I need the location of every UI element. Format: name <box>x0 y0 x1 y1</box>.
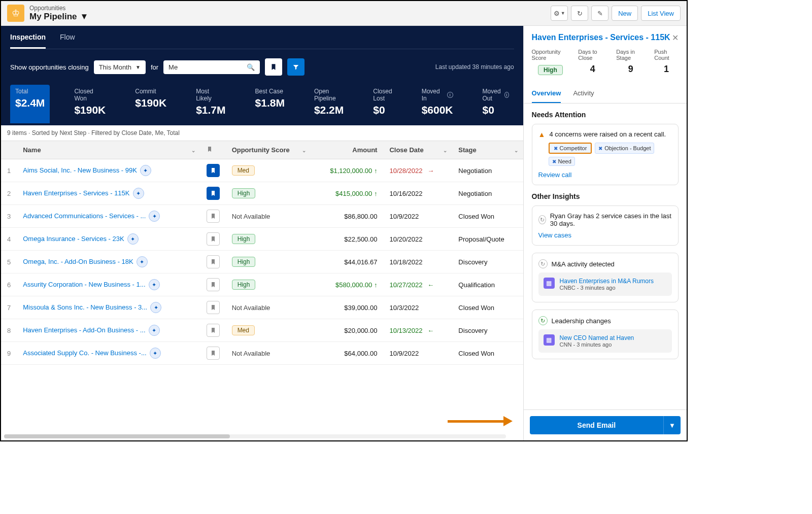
bookmark-toggle[interactable] <box>207 232 220 246</box>
opportunity-link[interactable]: Aims Social, Inc. - New Business - 99K <box>23 166 137 174</box>
row-number: 8 <box>1 319 17 342</box>
bookmark-toggle[interactable] <box>207 278 220 291</box>
col-stage[interactable]: Stage⌄ <box>452 141 523 159</box>
amount-cell: $1,120,000.00 ↑ <box>311 159 384 182</box>
arrow-up-icon: ↑ <box>374 190 378 197</box>
arrow-up-icon: ↑ <box>374 281 378 289</box>
opportunities-icon: ♔ <box>7 5 24 22</box>
col-close[interactable]: Close Date⌄ <box>383 141 452 159</box>
stage-cell: Proposal/Quote <box>452 228 523 251</box>
tag-competitor[interactable]: ✖Competitor <box>549 143 592 154</box>
needs-attention-card: ▲ 4 concerns were raised on a recent cal… <box>532 124 679 185</box>
einstein-icon[interactable]: ✦ <box>137 256 148 267</box>
table-row: 2 Haven Enterprises - Services - 115K✦ H… <box>1 182 523 205</box>
chevron-down-icon: ▼ <box>80 12 89 22</box>
settings-button[interactable]: ⚙▼ <box>551 6 568 21</box>
refresh-button[interactable]: ↻ <box>571 6 588 21</box>
col-amount[interactable]: Amount⌄ <box>311 141 384 159</box>
tag-need[interactable]: ✖Need <box>549 157 575 166</box>
opportunity-link[interactable]: Advanced Communications - Services - ... <box>23 212 146 220</box>
table-row: 1 Aims Social, Inc. - New Business - 99K… <box>1 159 523 182</box>
stage-cell: Negotiation <box>452 159 523 182</box>
warning-icon: ▲ <box>538 130 546 139</box>
metric-card[interactable]: Moved In i$600K <box>417 85 458 123</box>
tab-inspection[interactable]: Inspection <box>10 33 46 49</box>
send-email-button[interactable]: Send Email <box>530 416 663 434</box>
send-email-dropdown[interactable]: ▼ <box>663 416 681 434</box>
einstein-icon[interactable]: ✦ <box>133 188 144 199</box>
search-icon: 🔍 <box>247 63 255 71</box>
opportunity-link[interactable]: Omega, Inc. - Add-On Business - 18K <box>23 258 133 265</box>
metric-card[interactable]: Closed Won$190K <box>69 85 111 123</box>
einstein-icon[interactable]: ✦ <box>149 325 160 336</box>
row-number: 1 <box>1 159 17 182</box>
filter-button[interactable] <box>287 58 304 76</box>
top-bar: ♔ Opportunities My Pipeline▼ ⚙▼ ↻ ✎ New … <box>1 1 687 26</box>
metric-card[interactable]: Total$2.4M <box>10 85 50 123</box>
bookmark-toggle[interactable] <box>207 255 220 268</box>
amount-cell: $20,000.00 <box>311 319 384 342</box>
owner-search[interactable]: Me🔍 <box>163 60 260 74</box>
list-view-button[interactable]: List View <box>641 6 681 21</box>
opportunity-link[interactable]: Haven Enterprises - Services - 115K <box>23 189 129 197</box>
period-select[interactable]: This Month▼ <box>94 60 146 74</box>
bookmark-toggle[interactable] <box>207 210 220 223</box>
opportunity-link[interactable]: Omega Insurance - Services - 23K <box>23 235 124 243</box>
view-cases-link[interactable]: View cases <box>538 231 672 239</box>
einstein-icon[interactable]: ✦ <box>140 165 151 176</box>
einstein-icon[interactable]: ✦ <box>127 233 139 245</box>
opportunity-link[interactable]: Missoula & Sons Inc. - New Business - 3.… <box>23 303 147 311</box>
detail-panel: Haven Enterprises - Services - 115K ✕ Op… <box>523 26 687 440</box>
einstein-icon[interactable]: ✦ <box>150 348 161 359</box>
opportunity-link[interactable]: Assurity Corporation - New Business - 1.… <box>23 281 145 288</box>
metric-card[interactable]: Moved Out i$0 <box>478 85 514 123</box>
metric-card[interactable]: Open Pipeline$2.2M <box>309 85 349 123</box>
filter-label: Show opportunities closing <box>10 63 89 71</box>
opportunity-link[interactable]: Associated Supply Co. - New Business -..… <box>23 349 147 357</box>
page-title[interactable]: My Pipeline▼ <box>29 12 88 22</box>
tag-objection-budget[interactable]: ✖Objection - Budget <box>595 143 654 154</box>
panel-tab-overview[interactable]: Overview <box>532 84 561 103</box>
news-link[interactable]: Haven Enterprises in M&A Rumors <box>560 278 654 285</box>
metric-card[interactable]: Best Case$1.8M <box>250 85 290 123</box>
review-call-link[interactable]: Review call <box>538 171 672 179</box>
col-name[interactable]: Name⌄ <box>17 141 200 159</box>
close-date-cell: 10/16/2022 <box>383 182 452 205</box>
bookmark-toggle[interactable] <box>207 187 220 200</box>
bookmark-filter-button[interactable] <box>265 58 282 76</box>
horizontal-scrollbar[interactable] <box>4 434 506 438</box>
new-button[interactable]: New <box>612 6 638 21</box>
panel-tab-activity[interactable]: Activity <box>573 84 594 103</box>
metric-card[interactable]: Commit$190K <box>130 85 172 123</box>
chevron-down-icon: ⌄ <box>374 147 378 153</box>
col-score[interactable]: Opportunity Score⌄ <box>226 141 311 159</box>
bookmark-toggle[interactable] <box>207 347 220 360</box>
bookmark-toggle[interactable] <box>207 324 220 337</box>
concern-text: 4 concerns were raised on a recent call. <box>549 130 666 138</box>
info-icon: i <box>447 92 453 98</box>
einstein-icon[interactable]: ✦ <box>150 302 161 313</box>
bookmark-toggle[interactable] <box>207 164 220 177</box>
tab-flow[interactable]: Flow <box>60 33 75 49</box>
close-date-cell: 10/20/2022 <box>383 228 452 251</box>
edit-button[interactable]: ✎ <box>591 6 608 21</box>
col-bookmark[interactable] <box>200 141 226 159</box>
bookmark-toggle[interactable] <box>207 301 220 314</box>
einstein-icon[interactable]: ✦ <box>149 279 160 290</box>
panel-title[interactable]: Haven Enterprises - Services - 115K <box>532 33 670 42</box>
panel-metric: Days in Stage9 <box>616 49 645 75</box>
metric-card[interactable]: Closed Lost$0 <box>368 85 397 123</box>
close-icon[interactable]: ✕ <box>672 33 679 43</box>
einstein-icon[interactable]: ✦ <box>149 211 160 222</box>
chevron-down-icon: ⌄ <box>443 147 447 153</box>
table-row: 9 Associated Supply Co. - New Business -… <box>1 342 523 365</box>
score-pill: High <box>232 257 256 267</box>
table-meta: 9 items · Sorted by Next Step · Filtered… <box>1 125 523 141</box>
close-date-cell: 10/9/2022 <box>383 342 452 365</box>
score-text: Not Available <box>232 304 270 312</box>
metric-card[interactable]: Most Likely$1.7M <box>191 85 230 123</box>
opportunity-link[interactable]: Haven Enterprises - Add-On Business - ..… <box>23 326 145 334</box>
news-link[interactable]: New CEO Named at Haven <box>560 334 634 341</box>
row-number: 7 <box>1 296 17 319</box>
stage-cell: Closed Won <box>452 205 523 228</box>
